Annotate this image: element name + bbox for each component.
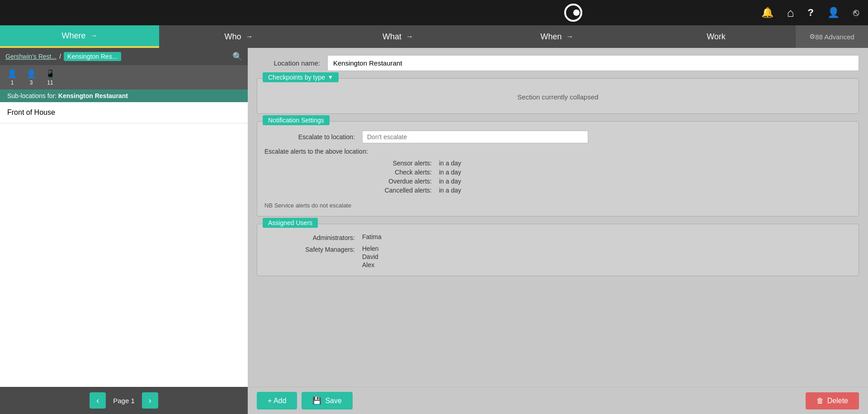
escalate-label: Escalate to location: xyxy=(264,133,355,141)
check-alert-value: in a day xyxy=(439,169,461,176)
sidebar-list: Front of House xyxy=(0,102,248,387)
alert-row-cancelled: Cancelled alerts: in a day xyxy=(359,187,851,194)
delete-button[interactable]: 🗑 Delete xyxy=(806,392,859,409)
stat-devices-value: 11 xyxy=(47,80,53,86)
sidebar: Gershwin's Rest... / Kensington Res... 🔍… xyxy=(0,48,248,414)
alert-row-overdue: Overdue alerts: in a day xyxy=(359,178,851,185)
step-when-arrow: → xyxy=(566,33,574,41)
advanced-button[interactable]: ⚙ 88 Advanced xyxy=(796,25,868,48)
stat-manager-icon: 👤 xyxy=(26,69,36,79)
escalate-alerts-label: Escalate alerts to the above location: xyxy=(264,148,851,155)
assigned-users-section: Assigned Users Administrators: Fatima Sa… xyxy=(257,224,859,276)
sensor-alert-value: in a day xyxy=(439,160,461,167)
prev-page-button[interactable]: ‹ xyxy=(90,392,106,409)
content-area: Location name: Checkpoints by type ▼ Sec… xyxy=(248,48,868,387)
safety-user-2: David xyxy=(362,253,379,260)
sub-locations-label: Sub-locations for: xyxy=(7,92,57,99)
breadcrumb-separator: / xyxy=(59,53,61,60)
next-arrow-icon: › xyxy=(149,396,151,405)
cancelled-alert-label: Cancelled alerts: xyxy=(359,187,432,194)
checkpoints-section-title[interactable]: Checkpoints by type ▼ xyxy=(263,72,339,82)
list-item-label: Front of House xyxy=(7,108,55,116)
stat-device-icon: 📱 xyxy=(45,69,55,79)
top-nav-icons: 🔔 ⌂ ? 👤 ⎋ xyxy=(761,6,859,20)
sidebar-header: Gershwin's Rest... / Kensington Res... 🔍 xyxy=(0,48,248,65)
sub-locations-bar: Sub-locations for: Kensington Restaurant xyxy=(0,89,248,102)
step-where-arrow: → xyxy=(90,32,98,40)
location-name-input[interactable] xyxy=(327,55,859,71)
breadcrumb: Gershwin's Rest... / Kensington Res... xyxy=(5,52,121,61)
next-page-button[interactable]: › xyxy=(142,392,158,409)
safety-label: Safety Managers: xyxy=(264,245,355,253)
step-work-label: Work xyxy=(707,32,726,42)
sensor-alert-label: Sensor alerts: xyxy=(359,160,432,167)
safety-users: Helen David Alex xyxy=(362,245,379,268)
add-button[interactable]: + Add xyxy=(257,392,297,409)
assigned-users-title-text: Assigned Users xyxy=(268,219,312,226)
escalate-input[interactable] xyxy=(362,131,588,143)
gear-icon: ⚙ xyxy=(809,33,815,41)
notification-title-text: Notification Settings xyxy=(268,117,324,124)
checkpoints-chevron-icon: ▼ xyxy=(328,74,333,80)
stat-user-icon: 👤 xyxy=(7,69,17,79)
step-when-label: When xyxy=(540,32,561,42)
step-who-arrow: → xyxy=(246,33,253,41)
sidebar-footer: ‹ Page 1 › xyxy=(0,387,248,414)
bell-icon[interactable]: 🔔 xyxy=(761,7,774,19)
checkpoints-collapsed-text: Section currently collapsed xyxy=(264,88,851,106)
escalate-row: Escalate to location: xyxy=(264,131,851,143)
checkpoints-section: Checkpoints by type ▼ Section currently … xyxy=(257,78,859,114)
step-what-label: What xyxy=(382,32,401,42)
admin-user-1: Fatima xyxy=(362,233,382,240)
alert-row-check: Check alerts: in a day xyxy=(359,169,851,176)
admins-users: Fatima xyxy=(362,233,382,240)
help-icon[interactable]: ? xyxy=(808,7,814,19)
user-icon[interactable]: 👤 xyxy=(827,7,840,19)
checkpoints-title-text: Checkpoints by type xyxy=(268,74,325,81)
step-work[interactable]: Work xyxy=(637,25,796,48)
list-item[interactable]: Front of House xyxy=(0,102,248,123)
save-icon: 💾 xyxy=(312,396,321,405)
step-where-label: Where xyxy=(61,31,85,41)
overdue-alert-label: Overdue alerts: xyxy=(359,178,432,185)
admins-label: Administrators: xyxy=(264,233,355,241)
breadcrumb-parent[interactable]: Gershwin's Rest... xyxy=(5,53,57,60)
stat-managers-value: 3 xyxy=(30,80,33,86)
safety-user-3: Alex xyxy=(362,261,379,268)
delete-button-label: Delete xyxy=(827,397,848,405)
cancelled-alert-value: in a day xyxy=(439,187,461,194)
home-icon[interactable]: ⌂ xyxy=(787,6,794,20)
location-name-label: Location name: xyxy=(257,59,320,67)
action-left-buttons: + Add 💾 Save xyxy=(257,392,353,409)
delete-icon: 🗑 xyxy=(816,397,824,405)
check-alert-label: Check alerts: xyxy=(359,169,432,176)
advanced-label: 88 Advanced xyxy=(815,33,854,41)
step-navbar: Where → Who → What → When → Work ⚙ 88 Ad… xyxy=(0,25,868,48)
save-button-label: Save xyxy=(325,397,341,405)
notification-section: Notification Settings Escalate to locati… xyxy=(257,121,859,216)
alert-rows: Sensor alerts: in a day Check alerts: in… xyxy=(359,160,851,194)
step-what-arrow: → xyxy=(406,33,413,41)
step-when[interactable]: When → xyxy=(477,25,637,48)
assigned-users-title: Assigned Users xyxy=(263,218,318,228)
step-who[interactable]: Who → xyxy=(159,25,318,48)
main-layout: Gershwin's Rest... / Kensington Res... 🔍… xyxy=(0,48,868,414)
save-button[interactable]: 💾 Save xyxy=(302,392,352,409)
sidebar-stats: 👤 1 👤 3 📱 11 xyxy=(0,65,248,89)
sub-locations-name: Kensington Restaurant xyxy=(58,92,128,99)
step-where[interactable]: Where → xyxy=(0,25,159,48)
step-what[interactable]: What → xyxy=(318,25,477,48)
notification-grid: Escalate to location: Escalate alerts to… xyxy=(264,131,851,209)
action-bar: + Add 💾 Save 🗑 Delete xyxy=(248,387,868,414)
location-name-row: Location name: xyxy=(257,55,859,71)
add-button-label: + Add xyxy=(268,397,286,405)
logo-icon xyxy=(564,4,582,22)
stat-devices: 📱 11 xyxy=(45,69,55,86)
assigned-row-safety: Safety Managers: Helen David Alex xyxy=(264,245,851,268)
breadcrumb-current[interactable]: Kensington Res... xyxy=(64,52,121,61)
step-who-label: Who xyxy=(224,32,241,42)
assigned-row-admins: Administrators: Fatima xyxy=(264,233,851,241)
exit-icon[interactable]: ⎋ xyxy=(853,7,859,19)
page-label: Page 1 xyxy=(113,397,135,405)
search-button[interactable]: 🔍 xyxy=(232,52,242,61)
